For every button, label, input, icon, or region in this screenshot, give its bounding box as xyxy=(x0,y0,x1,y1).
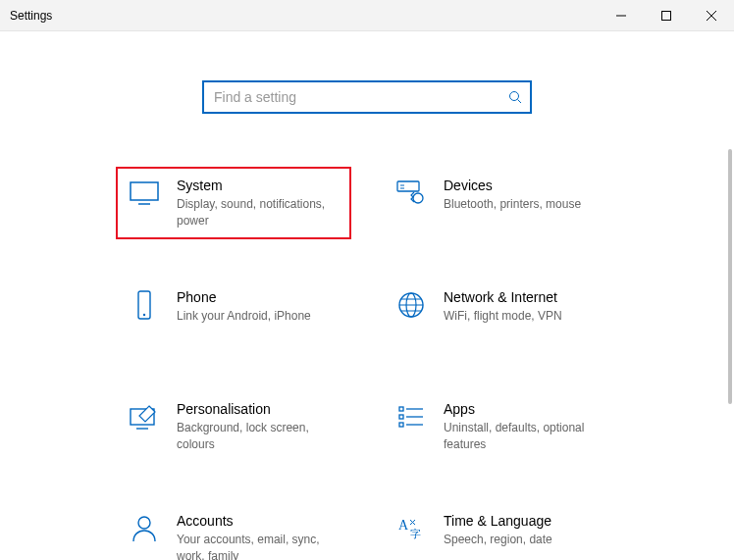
maximize-icon xyxy=(661,11,671,21)
category-text: Accounts Your accounts, email, sync, wor… xyxy=(177,512,340,560)
svg-point-13 xyxy=(138,517,150,529)
window-titlebar: Settings xyxy=(0,0,734,31)
apps-icon xyxy=(394,402,428,432)
search-input[interactable] xyxy=(202,80,532,114)
category-title: Time & Language xyxy=(444,512,552,530)
close-icon xyxy=(707,11,716,21)
devices-icon xyxy=(394,178,428,208)
category-desc: Your accounts, email, sync, work, family xyxy=(177,532,340,560)
category-title: Accounts xyxy=(177,512,340,530)
categories-grid: System Display, sound, notifications, po… xyxy=(0,167,734,560)
category-title: Phone xyxy=(177,288,311,306)
category-title: System xyxy=(177,177,340,194)
category-text: Phone Link your Android, iPhone xyxy=(177,288,311,325)
category-text: Apps Uninstall, defaults, optional featu… xyxy=(444,400,606,453)
category-desc: WiFi, flight mode, VPN xyxy=(444,308,562,325)
category-title: Apps xyxy=(444,400,606,418)
accounts-icon xyxy=(128,514,161,543)
window-close-button[interactable] xyxy=(689,0,734,31)
time-language-icon: A 字 xyxy=(394,514,428,543)
category-phone[interactable]: Phone Link your Android, iPhone xyxy=(116,279,351,351)
system-icon xyxy=(128,178,161,208)
category-desc: Display, sound, notifications, power xyxy=(177,196,340,229)
svg-rect-3 xyxy=(397,181,419,191)
category-devices[interactable]: Devices Bluetooth, printers, mouse xyxy=(383,167,618,239)
svg-point-4 xyxy=(413,193,423,203)
search-row xyxy=(0,31,734,114)
scrollbar-thumb[interactable] xyxy=(728,149,732,404)
category-desc: Speech, region, date xyxy=(444,532,552,548)
search-container xyxy=(202,80,532,114)
category-title: Personalisation xyxy=(177,400,340,418)
category-title: Devices xyxy=(444,177,581,194)
svg-rect-10 xyxy=(399,407,403,411)
svg-rect-0 xyxy=(662,11,671,20)
category-personalisation[interactable]: Personalisation Background, lock screen,… xyxy=(116,390,351,463)
window-title: Settings xyxy=(0,9,52,23)
svg-rect-12 xyxy=(399,423,403,427)
category-text: System Display, sound, notifications, po… xyxy=(177,177,340,229)
category-desc: Bluetooth, printers, mouse xyxy=(444,196,581,213)
category-desc: Background, lock screen, colours xyxy=(177,420,340,453)
category-accounts[interactable]: Accounts Your accounts, email, sync, wor… xyxy=(116,502,351,560)
window-minimize-button[interactable] xyxy=(599,0,644,31)
category-text: Personalisation Background, lock screen,… xyxy=(177,400,340,453)
network-icon xyxy=(394,290,428,320)
category-title: Network & Internet xyxy=(444,288,562,306)
category-time-language[interactable]: A 字 Time & Language Speech, region, date xyxy=(383,502,618,560)
svg-text:字: 字 xyxy=(410,528,421,539)
category-apps[interactable]: Apps Uninstall, defaults, optional featu… xyxy=(383,390,618,463)
svg-rect-11 xyxy=(399,415,403,419)
category-network[interactable]: Network & Internet WiFi, flight mode, VP… xyxy=(383,279,618,351)
svg-rect-2 xyxy=(131,182,158,200)
settings-content: System Display, sound, notifications, po… xyxy=(0,31,734,560)
svg-text:A: A xyxy=(398,518,409,533)
category-desc: Link your Android, iPhone xyxy=(177,308,311,325)
category-desc: Uninstall, defaults, optional features xyxy=(444,420,606,453)
minimize-icon xyxy=(616,11,626,21)
category-text: Network & Internet WiFi, flight mode, VP… xyxy=(444,288,562,325)
personalisation-icon xyxy=(128,402,161,432)
window-maximize-button[interactable] xyxy=(644,0,689,31)
category-text: Time & Language Speech, region, date xyxy=(444,512,552,548)
category-text: Devices Bluetooth, printers, mouse xyxy=(444,177,581,213)
category-system[interactable]: System Display, sound, notifications, po… xyxy=(116,167,351,239)
phone-icon xyxy=(128,290,161,320)
vertical-scrollbar[interactable] xyxy=(718,31,734,560)
svg-point-6 xyxy=(143,314,145,316)
